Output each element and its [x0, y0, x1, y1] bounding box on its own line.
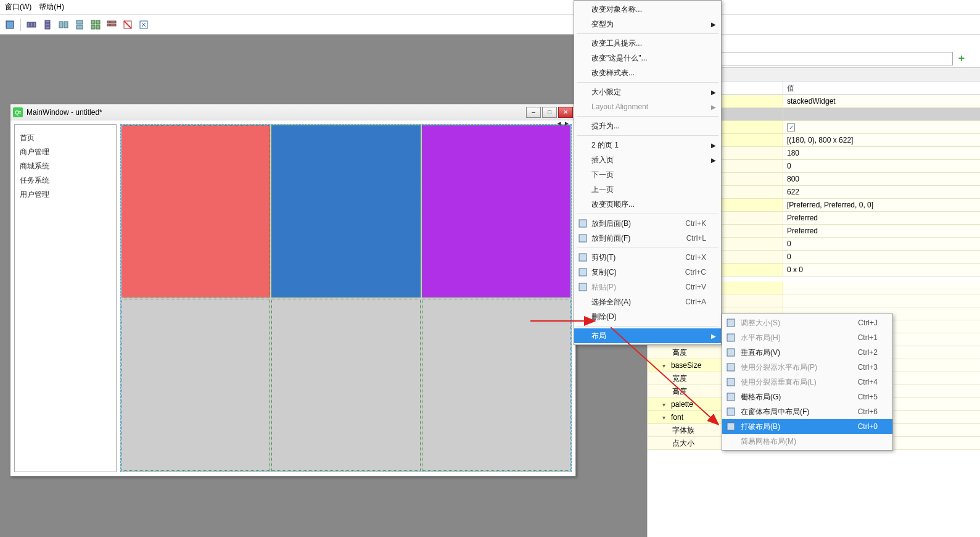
- qt-icon: Qt: [13, 107, 23, 117]
- menu-item[interactable]: 改变工具提示...: [574, 36, 721, 51]
- menu-item[interactable]: 布局▶: [574, 328, 721, 343]
- svg-rect-9: [76, 20, 83, 24]
- chevron-right-icon: ▶: [711, 157, 716, 164]
- svg-rect-25: [579, 268, 587, 276]
- menu-separator: [577, 33, 719, 34]
- window-title: MainWindow - untitled*: [27, 108, 526, 117]
- svg-rect-0: [6, 21, 14, 28]
- adjust-size-icon[interactable]: [136, 17, 151, 32]
- list-item[interactable]: 商城系统: [20, 159, 111, 173]
- menu-item[interactable]: 大小限定▶: [574, 85, 721, 99]
- context-menu[interactable]: 改变对象名称...变型为▶改变工具提示...改变"这是什么"...改变样式表..…: [574, 0, 722, 345]
- sidebar-listwidget[interactable]: 首页 商户管理 商城系统 任务系统 用户管理: [14, 124, 117, 472]
- close-button[interactable]: ✕: [558, 107, 573, 118]
- form-window[interactable]: Qt MainWindow - untitled* – □ ✕ 首页 商户管理 …: [10, 104, 576, 477]
- layout-vbox-icon[interactable]: [40, 17, 55, 32]
- form-titlebar: Qt MainWindow - untitled* – □ ✕: [10, 104, 575, 120]
- hsplit-icon: [726, 362, 736, 372]
- svg-rect-3: [33, 22, 36, 27]
- svg-rect-5: [45, 23, 50, 26]
- frame-empty[interactable]: [271, 299, 420, 471]
- svg-rect-14: [96, 25, 100, 29]
- layout-hsplit-icon[interactable]: [56, 17, 71, 32]
- layout-hbox-icon[interactable]: [24, 17, 39, 32]
- frame-blue[interactable]: [271, 125, 420, 298]
- svg-rect-11: [91, 20, 95, 24]
- svg-rect-28: [727, 334, 735, 341]
- menu-item[interactable]: 上一页: [574, 182, 721, 197]
- break-icon: [726, 422, 736, 431]
- back-icon: [578, 219, 588, 228]
- chevron-right-icon: ▶: [711, 333, 716, 339]
- menu-item[interactable]: 剪切(T)Ctrl+X: [574, 250, 721, 265]
- add-button-icon[interactable]: ＋: [957, 52, 968, 63]
- stacked-widget-grid[interactable]: ◄ ►: [120, 124, 572, 472]
- frame-empty[interactable]: [121, 299, 270, 471]
- svg-rect-34: [727, 423, 735, 430]
- layout-vsplit-icon[interactable]: [72, 17, 87, 32]
- list-item[interactable]: 商户管理: [20, 145, 111, 159]
- svg-rect-16: [110, 21, 116, 23]
- chevron-right-icon: ▶: [711, 104, 716, 110]
- grid-icon: [726, 392, 736, 402]
- menu-separator: [577, 248, 719, 248]
- menu-item[interactable]: 提升为...: [574, 119, 721, 133]
- layout-grid-icon[interactable]: [88, 17, 103, 32]
- svg-rect-23: [579, 235, 587, 242]
- menu-item[interactable]: 改变对象名称...: [574, 2, 721, 17]
- menu-help[interactable]: 帮助(H): [39, 2, 64, 12]
- edit-widgets-icon[interactable]: [2, 17, 17, 32]
- menu-item[interactable]: 改变页顺序...: [574, 197, 721, 212]
- checkbox[interactable]: ✓: [787, 123, 795, 131]
- layout-form-icon[interactable]: [104, 17, 119, 32]
- design-canvas[interactable]: Qt MainWindow - untitled* – □ ✕ 首页 商户管理 …: [0, 35, 647, 537]
- form-icon: [726, 407, 736, 417]
- svg-rect-8: [64, 22, 68, 28]
- menu-item[interactable]: 改变样式表...: [574, 65, 721, 80]
- separator: [20, 19, 21, 31]
- frame-purple[interactable]: [422, 125, 570, 298]
- frame-red[interactable]: [121, 125, 270, 298]
- menu-item[interactable]: 删除(D): [574, 309, 721, 324]
- menu-item[interactable]: 放到前面(F)Ctrl+L: [574, 231, 721, 246]
- minimize-button[interactable]: –: [526, 107, 541, 118]
- svg-rect-15: [107, 21, 110, 23]
- menu-item[interactable]: 复制(C)Ctrl+C: [574, 265, 721, 280]
- menu-item[interactable]: 垂直布局(V)Ctrl+2: [722, 345, 892, 360]
- chevron-right-icon: ▶: [711, 89, 716, 96]
- svg-rect-10: [76, 25, 83, 29]
- menu-item[interactable]: 在窗体布局中布局(F)Ctrl+6: [722, 404, 892, 419]
- list-item[interactable]: 首页: [20, 131, 111, 145]
- menu-separator: [577, 326, 719, 327]
- svg-rect-32: [727, 393, 735, 401]
- layout-submenu[interactable]: 调整大小(S)Ctrl+J水平布局(H)Ctrl+1垂直布局(V)Ctrl+2使…: [722, 314, 893, 451]
- menu-item[interactable]: 放到后面(B)Ctrl+K: [574, 216, 721, 231]
- menu-item[interactable]: 变型为▶: [574, 17, 721, 31]
- menu-item: 使用分裂器水平布局(P)Ctrl+3: [722, 360, 892, 375]
- list-item[interactable]: 任务系统: [20, 173, 111, 188]
- paste-icon: [578, 282, 588, 292]
- svg-rect-7: [59, 22, 63, 28]
- page-nav-arrows[interactable]: ◄ ►: [556, 120, 570, 127]
- svg-rect-12: [96, 20, 100, 24]
- menu-item[interactable]: 选择全部(A)Ctrl+A: [574, 294, 721, 309]
- menu-item[interactable]: 打破布局(B)Ctrl+0: [722, 419, 892, 434]
- menu-item[interactable]: 插入页▶: [574, 152, 721, 167]
- resize-icon: [726, 318, 736, 328]
- svg-rect-30: [727, 364, 735, 371]
- svg-rect-31: [727, 378, 735, 386]
- svg-line-20: [124, 21, 131, 28]
- svg-rect-27: [727, 319, 735, 327]
- frame-empty[interactable]: [422, 299, 570, 471]
- menu-item[interactable]: 2 的页 1▶: [574, 138, 721, 152]
- break-layout-icon[interactable]: [120, 17, 135, 32]
- menu-item[interactable]: 下一页: [574, 167, 721, 182]
- menu-item[interactable]: 改变"这是什么"...: [574, 51, 721, 65]
- maximize-button[interactable]: □: [542, 107, 557, 118]
- menu-item: 简易网格布局(M): [722, 434, 892, 449]
- menu-window[interactable]: 窗口(W): [5, 2, 31, 12]
- hbox-icon: [726, 333, 736, 343]
- menu-item[interactable]: 栅格布局(G)Ctrl+5: [722, 389, 892, 404]
- list-item[interactable]: 用户管理: [20, 188, 111, 202]
- svg-rect-2: [30, 22, 33, 27]
